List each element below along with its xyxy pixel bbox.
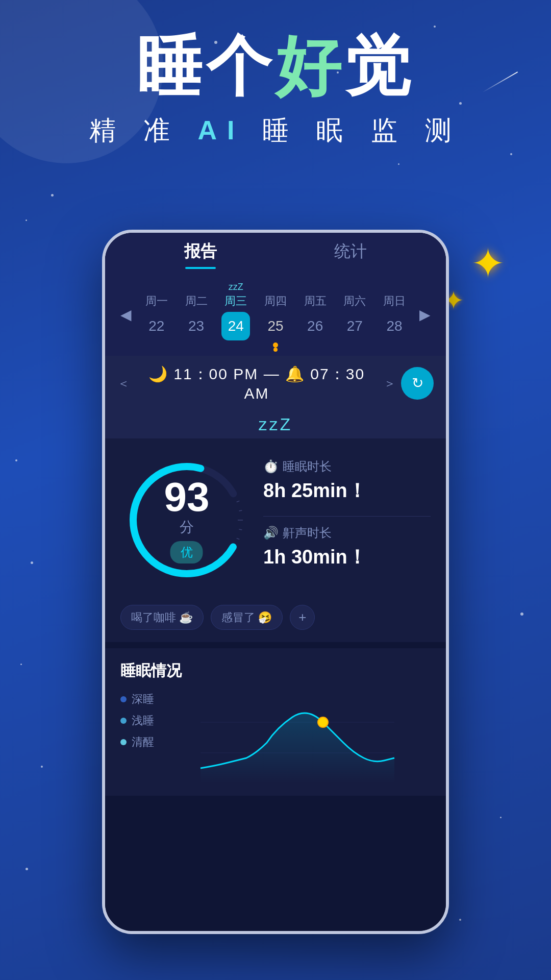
tag-add-button[interactable]: + — [290, 605, 315, 630]
score-section: 93 分 优 ⏱️ 睡眠时长 8h 25min！ — [105, 438, 446, 597]
week-day-mon[interactable]: zzZ 周一 22 — [139, 282, 174, 348]
sparkle-large: ✦ — [471, 240, 505, 287]
time-display: 🌙 11：00 PM — 🔔 07：30 AM — [135, 364, 379, 402]
tag-cold[interactable]: 感冒了 🤧 — [211, 605, 283, 630]
tab-stats[interactable]: 统计 — [276, 240, 425, 266]
refresh-button[interactable]: ↻ — [401, 367, 434, 400]
svg-line-22 — [237, 501, 240, 502]
svg-line-25 — [239, 529, 242, 530]
zzz-decoration: zzZ — [105, 410, 446, 438]
star-4 — [398, 163, 399, 165]
star-10 — [20, 664, 22, 665]
svg-line-23 — [239, 510, 242, 511]
time-range-bar: ＜ 🌙 11：00 PM — 🔔 07：30 AM ＞ ↻ — [105, 356, 446, 410]
time-next-arrow[interactable]: ＞ — [384, 375, 396, 391]
header-area: 睡个好觉 精 准 AI 睡 眠 监 测 — [0, 31, 551, 149]
week-day-wed[interactable]: zzZ 周三 24 — [218, 282, 254, 348]
score-value: 93 — [164, 477, 210, 518]
title-part1: 睡个 — [137, 30, 276, 103]
star-12 — [26, 868, 28, 870]
star-6 — [51, 194, 54, 197]
tags-row: 喝了咖啡 ☕ 感冒了 🤧 + — [105, 597, 446, 642]
sleep-chart-title: 睡眠情况 — [120, 660, 431, 681]
end-time-icon: 🔔 — [285, 365, 305, 382]
week-prev-arrow[interactable]: ◀ — [115, 306, 137, 323]
legend-deep: 深睡 — [120, 692, 154, 707]
legend-light-dot — [120, 718, 127, 724]
week-day-sat[interactable]: zzZ 周六 27 — [337, 282, 372, 348]
phone-container: 报告 统计 ◀ zzZ 周一 22 zzZ — [102, 230, 449, 934]
week-next-arrow[interactable]: ▶ — [414, 306, 436, 323]
star-16 — [510, 153, 512, 155]
sleep-duration-label: 睡眠时长 — [283, 458, 332, 475]
legend-deep-label: 深睡 — [132, 692, 154, 707]
tab-bar: 报告 统计 — [105, 233, 446, 274]
svg-line-26 — [237, 538, 240, 540]
legend-light-label: 浅睡 — [132, 713, 154, 728]
sleep-legend: 深睡 浅睡 清醒 — [120, 692, 154, 750]
legend-awake-label: 清醒 — [132, 734, 154, 750]
time-separator: — — [264, 365, 280, 382]
star-13 — [459, 919, 461, 921]
star-14 — [500, 817, 502, 818]
main-title: 睡个好觉 — [0, 31, 551, 103]
week-days: zzZ 周一 22 zzZ 周二 23 zzZ 周三 24 — [137, 282, 414, 348]
sleep-chart-svg — [164, 692, 431, 783]
phone-screen: 报告 统计 ◀ zzZ 周一 22 zzZ — [105, 233, 446, 931]
snore-duration-value: 1h 30min！ — [263, 544, 431, 570]
legend-awake: 清醒 — [120, 734, 154, 750]
star-7 — [26, 219, 27, 221]
week-day-thu[interactable]: zzZ 周四 25 — [258, 282, 293, 348]
gauge-inner: 93 分 优 — [164, 477, 210, 564]
phone-frame: 报告 统计 ◀ zzZ 周一 22 zzZ — [102, 230, 449, 934]
start-time-icon: 🌙 — [148, 365, 168, 382]
tab-report[interactable]: 报告 — [126, 240, 276, 266]
stat-snore-duration: 🔊 鼾声时长 1h 30min！ — [263, 525, 431, 570]
stat-divider — [263, 516, 431, 517]
title-highlight: 好 — [276, 30, 345, 103]
sleep-chart-section: 睡眠情况 深睡 浅睡 清醒 — [105, 648, 446, 796]
stat-sleep-duration: ⏱️ 睡眠时长 8h 25min！ — [263, 458, 431, 504]
title-part2: 觉 — [345, 30, 414, 103]
time-prev-arrow[interactable]: ＜ — [117, 375, 130, 391]
star-9 — [31, 561, 33, 564]
week-day-fri[interactable]: zzZ 周五 26 — [297, 282, 333, 348]
sleep-duration-value: 8h 25min！ — [263, 478, 431, 504]
snore-duration-icon: 🔊 — [263, 526, 279, 540]
week-day-sun[interactable]: zzZ 周日 28 — [377, 282, 412, 348]
star-5 — [434, 26, 436, 28]
score-gauge: 93 分 优 — [120, 454, 253, 586]
start-time: 11：00 PM — [173, 365, 263, 382]
score-badge: 优 — [170, 541, 203, 564]
score-unit: 分 — [164, 518, 210, 537]
svg-point-36 — [318, 717, 328, 727]
legend-light: 浅睡 — [120, 713, 154, 728]
sleep-duration-icon: ⏱️ — [263, 459, 279, 474]
subtitle: 精 准 AI 睡 眠 监 测 — [0, 113, 551, 149]
star-11 — [41, 766, 43, 768]
sleep-chart-visual — [164, 692, 431, 783]
snore-duration-label: 鼾声时长 — [283, 525, 332, 541]
legend-awake-dot — [120, 739, 127, 745]
subtitle-ai: AI — [198, 115, 245, 145]
week-selector: ◀ zzZ 周一 22 zzZ 周二 23 — [105, 274, 446, 356]
tag-coffee[interactable]: 喝了咖啡 ☕ — [120, 605, 204, 630]
stats-area: ⏱️ 睡眠时长 8h 25min！ 🔊 鼾声时长 1h 30min！ — [263, 458, 431, 582]
legend-deep-dot — [120, 696, 127, 702]
star-8 — [15, 459, 17, 461]
star-15 — [520, 612, 523, 616]
week-day-tue[interactable]: zzZ 周二 23 — [179, 282, 214, 348]
